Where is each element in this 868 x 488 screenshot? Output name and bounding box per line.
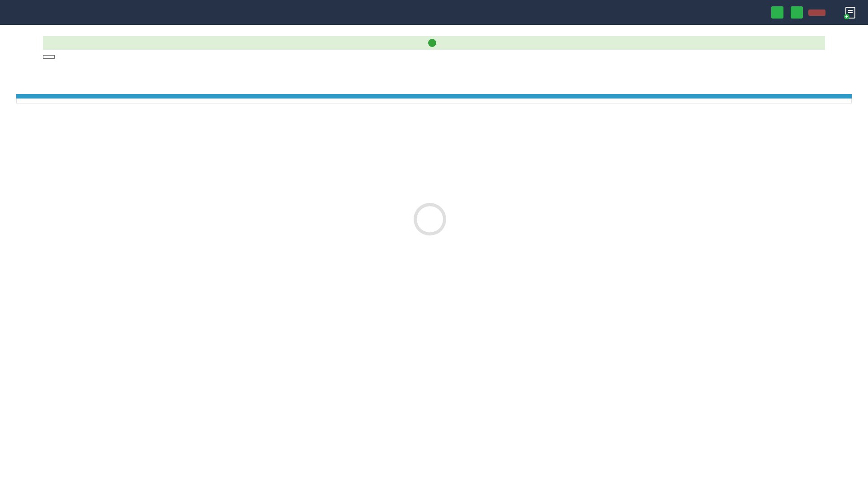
- amounts-note-box: [43, 55, 55, 59]
- watermark-logo: [408, 197, 452, 241]
- activity-report-dropdown-button[interactable]: [808, 9, 826, 16]
- watermark: [408, 194, 460, 241]
- signature-match-banner: [43, 36, 825, 50]
- topbar-right-group: [771, 6, 857, 19]
- units-note: [16, 99, 852, 103]
- info-icon: [428, 39, 436, 47]
- amendment-note: [0, 65, 868, 72]
- next-report-button[interactable]: [771, 6, 783, 19]
- previous-report-button[interactable]: [791, 6, 803, 19]
- topbar: [0, 0, 868, 25]
- section-header-production-sales: [16, 94, 852, 99]
- page: [0, 0, 868, 488]
- amounts-note-row: [43, 55, 825, 59]
- report-icon: [844, 6, 857, 19]
